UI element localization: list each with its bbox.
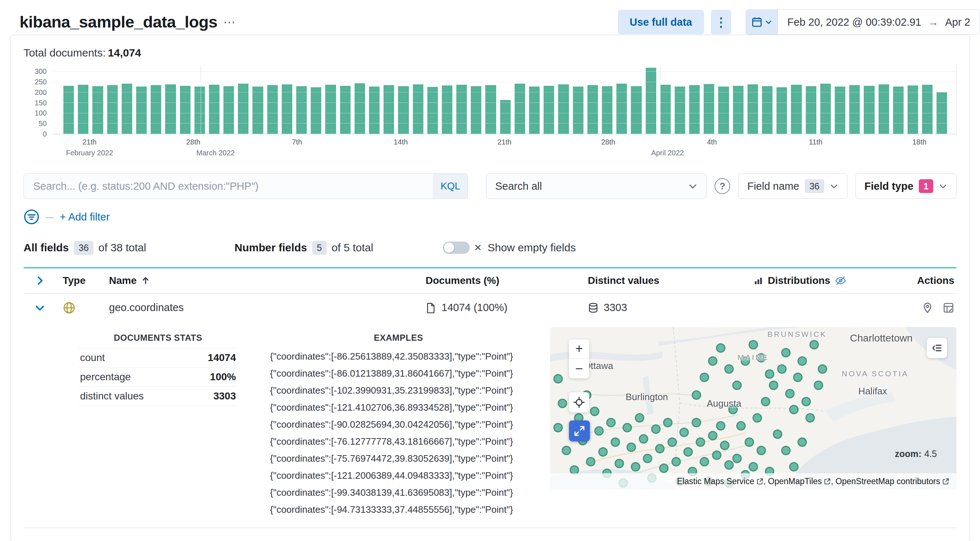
distinct-values: 3303	[604, 302, 627, 313]
x-axis-day-label: 28th	[601, 138, 615, 146]
document-icon	[426, 302, 436, 313]
use-full-data-button[interactable]: Use full data	[618, 10, 704, 34]
histogram-bar	[544, 86, 554, 134]
field-name-dropdown[interactable]: Field name 36	[738, 173, 847, 199]
y-axis-tick: 150	[35, 99, 47, 107]
date-range: Feb 20, 2022 @ 00:39:02.91 → Apr 2	[778, 16, 980, 28]
documents-histogram: 050100150200250300	[24, 65, 956, 134]
histogram-x-axis: 21th28th7th14th21th28th4th11th18thFebrua…	[52, 134, 956, 165]
cross-icon: ✕	[474, 242, 482, 253]
y-axis-tick: 200	[35, 88, 47, 97]
histogram-plot	[52, 65, 956, 134]
x-axis-day-label: 21th	[498, 138, 512, 146]
map-label: BRUNSWICK	[767, 330, 827, 339]
show-empty-fields-label[interactable]: Show empty fields	[487, 242, 576, 254]
all-fields-label: All fields	[24, 242, 69, 254]
map-label: Augusta	[707, 398, 741, 409]
edit-field-icon[interactable]	[943, 302, 954, 313]
histogram-bar	[515, 84, 525, 134]
stat-label: distinct values	[79, 387, 187, 406]
histogram-bar	[776, 87, 787, 134]
y-axis-tick: 100	[35, 109, 47, 117]
attribution-link[interactable]: Elastic Maps Service	[677, 477, 763, 486]
filter-icon[interactable]	[24, 209, 40, 225]
histogram-bar	[762, 86, 773, 134]
legend-icon	[931, 342, 942, 353]
histogram-bar	[194, 86, 205, 134]
stat-value: 100%	[187, 367, 237, 387]
gridline	[52, 82, 956, 82]
collapse-legend-button[interactable]	[927, 338, 947, 358]
examples-title: EXAMPLES	[270, 333, 527, 343]
gridline	[52, 113, 956, 113]
search-all-value: Search all	[495, 180, 542, 192]
explore-in-maps-icon[interactable]	[922, 302, 933, 313]
x-axis-day-label: 11th	[809, 138, 822, 146]
date-start[interactable]: Feb 20, 2022 @ 00:39:02.91	[788, 16, 921, 28]
histogram-bars	[52, 65, 956, 134]
stat-value: 3303	[187, 387, 237, 406]
histogram-bar	[442, 86, 452, 134]
histogram-bar	[820, 84, 831, 134]
histogram-bar	[646, 68, 656, 134]
header-type[interactable]: Type	[56, 275, 100, 286]
histogram-bar	[878, 84, 889, 134]
documents-stats-block: DOCUMENTS STATS count 14074 percentage 1…	[79, 333, 237, 518]
y-axis-tick: 250	[35, 78, 47, 86]
histogram-bar	[616, 84, 627, 134]
histogram-bar	[704, 84, 714, 134]
map-label: Burlington	[625, 391, 668, 402]
header-distributions[interactable]: Distributions	[768, 275, 830, 286]
histogram-bar	[267, 85, 278, 134]
field-type-dropdown[interactable]: Field type 1	[856, 173, 956, 199]
header-name[interactable]: Name	[109, 275, 137, 286]
histogram-bar	[529, 86, 539, 134]
header-distinct-values[interactable]: Distinct values	[585, 275, 737, 286]
date-picker[interactable]: Feb 20, 2022 @ 00:39:02.91 → Apr 2	[746, 10, 980, 35]
help-icon[interactable]: ?	[714, 178, 730, 194]
example-item: {"coordinates":[-121.2006389,44.09483333…	[270, 467, 527, 484]
example-item: {"coordinates":[-76.12777778,43.18166667…	[270, 433, 527, 450]
header-controls: Use full data ⋮ Feb 20, 2022 @ 00:39:02.…	[618, 10, 980, 35]
zoom-in-button[interactable]: +	[569, 339, 589, 359]
gridline	[52, 92, 956, 92]
add-filter-link[interactable]: + Add filter	[60, 211, 110, 223]
search-input[interactable]	[24, 174, 468, 199]
x-axis-month-label: April 2022	[651, 149, 684, 157]
zoom-out-button[interactable]: −	[569, 359, 589, 379]
histogram-bar	[631, 86, 641, 134]
set-view-button[interactable]	[569, 392, 589, 412]
sort-ascending-icon[interactable]	[141, 276, 150, 285]
search-all-select[interactable]: Search all	[486, 173, 706, 199]
stat-label: percentage	[79, 367, 187, 387]
expand-all-icon[interactable]	[34, 275, 45, 286]
collapse-row-icon[interactable]	[34, 302, 45, 313]
map[interactable]: ★ OttawaBurlingtonAugustaHalifaxCharlott…	[550, 327, 956, 490]
title-options-icon[interactable]: ⋯	[223, 16, 235, 28]
header-documents[interactable]: Documents (%)	[426, 275, 585, 286]
eye-slash-icon[interactable]	[835, 275, 846, 286]
histogram-bar	[64, 86, 74, 134]
x-axis-month-label: March 2022	[196, 149, 235, 157]
chevron-down-icon	[765, 19, 772, 26]
attribution-link[interactable]: OpenMapTiles	[768, 477, 831, 486]
histogram-bar	[864, 86, 874, 134]
calendar-button[interactable]	[746, 10, 778, 34]
chevron-down-icon	[939, 182, 947, 191]
calendar-icon	[751, 17, 762, 27]
kebab-menu-button[interactable]: ⋮	[711, 10, 731, 34]
histogram-bar	[136, 86, 147, 134]
histogram-bar	[427, 87, 438, 134]
field-name[interactable]: geo.coordinates	[100, 302, 426, 313]
example-item: {"coordinates":[-102.3990931,35.23199833…	[270, 382, 527, 399]
fullscreen-map-button[interactable]	[569, 420, 590, 441]
attribution-link[interactable]: OpenStreetMap contributors	[835, 477, 949, 486]
histogram-bar	[602, 86, 612, 134]
geo-point-type-icon	[63, 301, 76, 314]
kql-button[interactable]: KQL	[433, 174, 468, 199]
histogram-bar	[223, 86, 234, 134]
date-end[interactable]: Apr 2	[945, 16, 970, 28]
histogram-bar	[718, 86, 729, 134]
examples-list: {"coordinates":[-86.25613889,42.35083333…	[270, 348, 527, 518]
show-empty-fields-toggle[interactable]	[443, 242, 470, 254]
